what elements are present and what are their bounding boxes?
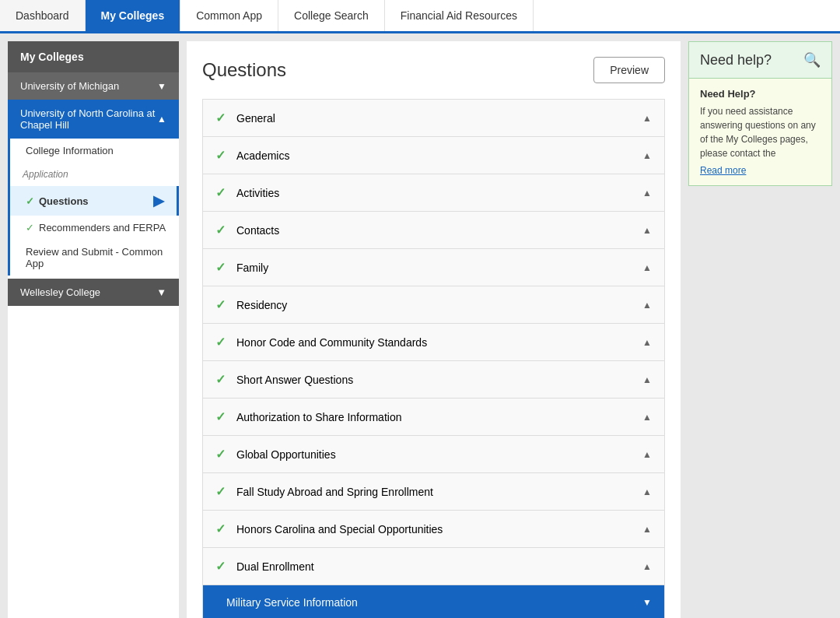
nav-common-app[interactable]: Common App bbox=[180, 0, 278, 31]
question-chevron-family: ▲ bbox=[642, 262, 652, 273]
help-header: Need help? 🔍 bbox=[688, 41, 832, 79]
question-item-family[interactable]: ✓Family▲ bbox=[203, 249, 664, 286]
wellesley-chevron: ▼ bbox=[156, 286, 166, 298]
question-label-fall-study: Fall Study Abroad and Spring Enrollment bbox=[236, 486, 642, 498]
help-title: Need help? bbox=[700, 52, 772, 68]
question-item-general[interactable]: ✓General▲ bbox=[203, 100, 664, 137]
question-item-activities[interactable]: ✓Activities▲ bbox=[203, 174, 664, 212]
question-item-contacts[interactable]: ✓Contacts▲ bbox=[203, 212, 664, 249]
sidebar: My Colleges University of Michigan ▼ Uni… bbox=[8, 41, 179, 618]
question-check-global-opportunities: ✓ bbox=[215, 447, 226, 462]
help-search-icon[interactable]: 🔍 bbox=[803, 51, 821, 68]
question-chevron-dual-enrollment: ▲ bbox=[642, 561, 652, 572]
help-body-text: If you need assistance answering questio… bbox=[700, 104, 821, 160]
question-label-authorization: Authorization to Share Information bbox=[236, 411, 642, 423]
page-title: Questions bbox=[202, 59, 286, 81]
question-label-general: General bbox=[236, 112, 642, 125]
question-item-residency[interactable]: ✓Residency▲ bbox=[203, 286, 664, 324]
question-check-residency: ✓ bbox=[215, 297, 226, 312]
sidebar-item-michigan[interactable]: University of Michigan ▼ bbox=[8, 72, 179, 100]
unc-label: University of North Carolina at Chapel H… bbox=[20, 107, 157, 131]
question-chevron-global-opportunities: ▲ bbox=[642, 449, 652, 460]
question-label-academics: Academics bbox=[236, 149, 642, 162]
question-check-contacts: ✓ bbox=[215, 223, 226, 237]
question-check-general: ✓ bbox=[215, 111, 226, 125]
content-area: Questions Preview ✓General▲✓Academics▲✓A… bbox=[187, 41, 681, 618]
nav-financial-aid[interactable]: Financial Aid Resources bbox=[385, 0, 534, 31]
preview-button[interactable]: Preview bbox=[593, 57, 665, 83]
help-body-title: Need Help? bbox=[700, 88, 821, 100]
michigan-label: University of Michigan bbox=[20, 80, 119, 92]
questions-label: Questions bbox=[39, 195, 89, 207]
question-chevron-activities: ▲ bbox=[642, 188, 652, 198]
question-label-honor-code: Honor Code and Community Standards bbox=[236, 336, 642, 349]
sidebar-college-info[interactable]: College Information bbox=[10, 139, 179, 163]
question-chevron-authorization: ▲ bbox=[642, 412, 652, 423]
main-layout: My Colleges University of Michigan ▼ Uni… bbox=[0, 33, 840, 618]
question-label-global-opportunities: Global Opportunities bbox=[236, 448, 642, 461]
sidebar-questions[interactable]: ✓ Questions ▶ bbox=[10, 186, 179, 216]
question-item-fall-study[interactable]: ✓Fall Study Abroad and Spring Enrollment… bbox=[203, 473, 664, 511]
nav-my-colleges[interactable]: My Colleges bbox=[86, 0, 181, 31]
review-submit-label: Review and Submit - Common App bbox=[26, 246, 166, 269]
question-chevron-fall-study: ▲ bbox=[642, 486, 652, 497]
top-nav: Dashboard My Colleges Common App College… bbox=[0, 0, 840, 33]
question-label-residency: Residency bbox=[236, 299, 642, 311]
question-chevron-academics: ▲ bbox=[642, 150, 652, 161]
question-label-family: Family bbox=[236, 262, 642, 274]
question-chevron-contacts: ▲ bbox=[642, 225, 652, 236]
help-body: Need Help? If you need assistance answer… bbox=[688, 79, 832, 186]
help-read-more-link[interactable]: Read more bbox=[700, 165, 821, 176]
application-section-label: Application bbox=[10, 163, 179, 186]
question-check-authorization: ✓ bbox=[215, 409, 226, 424]
sidebar-header: My Colleges bbox=[8, 41, 179, 72]
question-label-dual-enrollment: Dual Enrollment bbox=[236, 560, 642, 573]
question-item-honors-carolina[interactable]: ✓Honors Carolina and Special Opportuniti… bbox=[203, 511, 664, 548]
question-list: ✓General▲✓Academics▲✓Activities▲✓Contact… bbox=[202, 99, 665, 618]
question-item-academics[interactable]: ✓Academics▲ bbox=[203, 137, 664, 174]
sidebar-review-submit[interactable]: Review and Submit - Common App bbox=[10, 240, 179, 276]
question-label-contacts: Contacts bbox=[236, 224, 642, 237]
question-check-fall-study: ✓ bbox=[215, 484, 226, 499]
questions-check-icon: ✓ bbox=[26, 195, 34, 207]
nav-dashboard[interactable]: Dashboard bbox=[0, 0, 86, 31]
question-item-honor-code[interactable]: ✓Honor Code and Community Standards▲ bbox=[203, 324, 664, 361]
question-check-honor-code: ✓ bbox=[215, 335, 226, 349]
unc-subnav: College Information Application ✓ Questi… bbox=[8, 139, 179, 276]
question-check-activities: ✓ bbox=[215, 185, 226, 200]
college-info-label: College Information bbox=[26, 145, 114, 156]
question-chevron-residency: ▲ bbox=[642, 300, 652, 311]
question-label-military-service: Military Service Information bbox=[226, 596, 642, 609]
question-check-family: ✓ bbox=[215, 260, 226, 275]
sidebar-item-unc[interactable]: University of North Carolina at Chapel H… bbox=[8, 100, 179, 139]
question-check-academics: ✓ bbox=[215, 148, 226, 163]
question-item-global-opportunities[interactable]: ✓Global Opportunities▲ bbox=[203, 436, 664, 473]
content-header: Questions Preview bbox=[202, 57, 665, 83]
question-label-short-answer: Short Answer Questions bbox=[236, 374, 642, 386]
question-label-activities: Activities bbox=[236, 187, 642, 199]
question-item-authorization[interactable]: ✓Authorization to Share Information▲ bbox=[203, 399, 664, 436]
recommenders-check-icon: ✓ bbox=[26, 222, 34, 234]
question-chevron-honors-carolina: ▲ bbox=[642, 524, 652, 535]
question-chevron-honor-code: ▲ bbox=[642, 337, 652, 348]
question-check-dual-enrollment: ✓ bbox=[215, 559, 226, 574]
question-label-honors-carolina: Honors Carolina and Special Opportunitie… bbox=[236, 523, 642, 535]
sidebar-item-wellesley[interactable]: Wellesley College ▼ bbox=[8, 279, 179, 306]
nav-college-search[interactable]: College Search bbox=[278, 0, 385, 31]
question-check-short-answer: ✓ bbox=[215, 372, 226, 387]
question-chevron-general: ▲ bbox=[642, 113, 652, 124]
sidebar-recommenders[interactable]: ✓ Recommenders and FERPA bbox=[10, 216, 179, 240]
unc-chevron: ▲ bbox=[157, 114, 166, 125]
question-chevron-military-service: ▼ bbox=[642, 597, 652, 608]
help-panel: Need help? 🔍 Need Help? If you need assi… bbox=[688, 41, 832, 618]
question-check-honors-carolina: ✓ bbox=[215, 521, 226, 536]
question-item-military-service[interactable]: Military Service Information▼ bbox=[203, 585, 664, 618]
question-item-short-answer[interactable]: ✓Short Answer Questions▲ bbox=[203, 361, 664, 399]
recommenders-label: Recommenders and FERPA bbox=[39, 222, 166, 234]
michigan-chevron: ▼ bbox=[157, 81, 166, 92]
question-item-dual-enrollment[interactable]: ✓Dual Enrollment▲ bbox=[203, 548, 664, 585]
question-chevron-short-answer: ▲ bbox=[642, 374, 652, 385]
questions-expand-arrow: ▶ bbox=[153, 192, 164, 209]
wellesley-label: Wellesley College bbox=[20, 286, 100, 298]
